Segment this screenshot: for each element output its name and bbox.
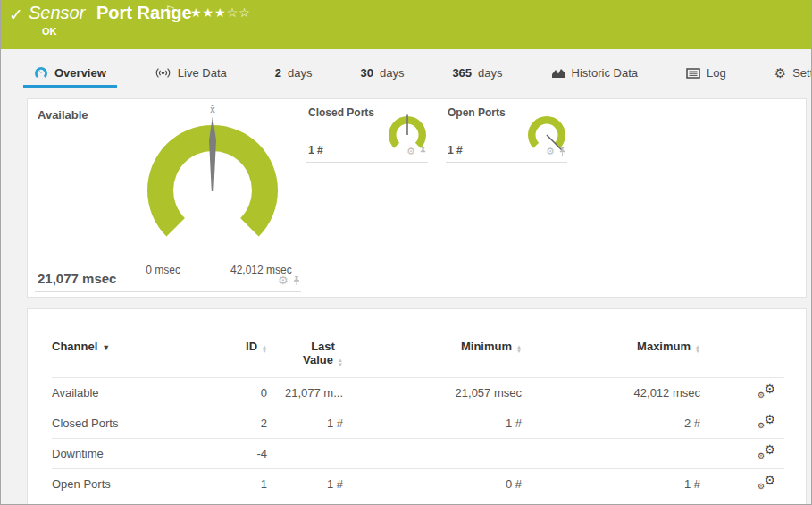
gauge-settings-gear-icon[interactable]: ⚙ bbox=[278, 274, 289, 286]
gauge-icon bbox=[34, 66, 48, 80]
gauge-card-available: Available x̄ 0 msec 42,012 msec 21,077 m… bbox=[35, 105, 301, 292]
priority-stars[interactable]: ★★★☆☆ bbox=[190, 5, 251, 20]
column-header-maximum[interactable]: Maximum▲▼ bbox=[522, 340, 700, 378]
channel-last-value: 1 # bbox=[308, 144, 323, 156]
tab-365-days-label: days bbox=[478, 66, 502, 80]
sensor-name: Port Range bbox=[96, 3, 192, 22]
gauge-settings-gear-icon[interactable]: ⚙ bbox=[546, 147, 555, 156]
tab-overview[interactable]: Overview bbox=[23, 61, 117, 88]
column-header-edit bbox=[700, 340, 784, 378]
tab-2-days-number: 2 bbox=[275, 66, 281, 80]
cell-last-value: 1 # bbox=[267, 408, 343, 439]
edit-channel-gears-icon[interactable]: ⚙⚙ bbox=[758, 476, 775, 490]
tab-live-data-label: Live Data bbox=[178, 66, 227, 80]
object-kind-label: Sensor bbox=[29, 3, 85, 22]
tab-365-days-number: 365 bbox=[452, 66, 472, 80]
edit-channel-gears-icon[interactable]: ⚙⚙ bbox=[758, 415, 775, 429]
table-row: Closed Ports 2 1 # 1 # 2 # ⚙⚙ bbox=[52, 408, 784, 439]
sort-arrows-icon: ▲▼ bbox=[338, 358, 343, 366]
historic-chart-icon bbox=[551, 67, 565, 79]
tab-30-days-number: 30 bbox=[360, 66, 373, 80]
gauge-title: Open Ports bbox=[448, 106, 506, 119]
sort-arrows-icon: ▲▼ bbox=[516, 345, 522, 353]
cell-channel: Available bbox=[52, 378, 217, 408]
cell-last-value bbox=[267, 439, 343, 469]
cell-id: -4 bbox=[217, 439, 267, 469]
cell-minimum: 1 # bbox=[343, 408, 522, 439]
cell-maximum bbox=[522, 439, 700, 469]
sort-arrows-icon: ▲▼ bbox=[262, 345, 267, 353]
tab-settings-label: Settings bbox=[792, 66, 812, 80]
gauges-panel: Available x̄ 0 msec 42,012 msec 21,077 m… bbox=[27, 98, 807, 298]
cell-minimum: 21,057 msec bbox=[343, 378, 522, 408]
log-list-icon bbox=[686, 68, 700, 79]
gauge-min-label: 0 msec bbox=[115, 264, 180, 276]
cell-id: 1 bbox=[217, 469, 267, 500]
tab-overview-label: Overview bbox=[54, 66, 106, 80]
tab-2-days[interactable]: 2 days bbox=[264, 61, 323, 88]
cell-channel: Downtime bbox=[52, 439, 217, 469]
status-badge: OK bbox=[42, 26, 57, 37]
sort-arrows-icon: ▲▼ bbox=[695, 345, 700, 353]
tab-settings[interactable]: ⚙ Settings bbox=[764, 61, 812, 88]
gauge-card-closed-ports: Closed Ports 1 # ⚙ bbox=[306, 105, 428, 163]
column-header-id[interactable]: ID▲▼ bbox=[217, 340, 267, 378]
stars-empty: ☆☆ bbox=[227, 5, 251, 20]
channel-table-panel: Channel▼ ID▲▼ LastValue▲▼ Minimum▲▼ Maxi… bbox=[27, 308, 807, 505]
gauge-title: Closed Ports bbox=[308, 106, 374, 119]
tab-2-days-label: days bbox=[288, 66, 312, 80]
cell-channel: Open Ports bbox=[52, 469, 217, 500]
sort-caret-icon: ▼ bbox=[102, 343, 110, 352]
cell-channel: Closed Ports bbox=[52, 408, 217, 439]
table-row: Open Ports 1 1 # 0 # 1 # ⚙⚙ bbox=[52, 469, 784, 500]
tab-bar: Overview Live Data 2 days 30 days 365 da… bbox=[23, 59, 811, 88]
gauge-settings-gear-icon[interactable]: ⚙ bbox=[406, 147, 415, 156]
tab-30-days[interactable]: 30 days bbox=[349, 61, 414, 88]
table-header-row: Channel▼ ID▲▼ LastValue▲▼ Minimum▲▼ Maxi… bbox=[52, 340, 784, 378]
tab-historic-data[interactable]: Historic Data bbox=[540, 61, 649, 88]
tab-log-label: Log bbox=[707, 66, 726, 80]
pin-icon[interactable] bbox=[292, 275, 301, 286]
cell-last-value: 21,077 m... bbox=[267, 378, 343, 408]
sensor-header: ✓ Sensor Port Range ⚐ ★★★☆☆ OK bbox=[1, 0, 811, 49]
cell-id: 2 bbox=[217, 408, 267, 439]
status-ok-icon: ✓ bbox=[9, 4, 23, 25]
table-row: Available 0 21,077 m... 21,057 msec 42,0… bbox=[52, 378, 784, 408]
settings-gear-icon: ⚙ bbox=[774, 66, 786, 80]
tab-30-days-label: days bbox=[380, 66, 404, 80]
flag-icon[interactable]: ⚐ bbox=[165, 4, 176, 17]
column-header-minimum[interactable]: Minimum▲▼ bbox=[343, 340, 522, 378]
edit-channel-gears-icon[interactable]: ⚙⚙ bbox=[758, 384, 775, 399]
tab-historic-data-label: Historic Data bbox=[572, 66, 638, 80]
cell-minimum: 0 # bbox=[343, 469, 522, 500]
cell-last-value: 1 # bbox=[267, 469, 343, 500]
column-header-channel[interactable]: Channel▼ bbox=[52, 340, 217, 378]
pin-icon[interactable] bbox=[558, 147, 566, 156]
gauge-card-open-ports: Open Ports 1 # ⚙ bbox=[446, 105, 567, 163]
channel-table: Channel▼ ID▲▼ LastValue▲▼ Minimum▲▼ Maxi… bbox=[52, 340, 784, 499]
column-header-last-value[interactable]: LastValue▲▼ bbox=[267, 340, 343, 378]
available-gauge: x̄ bbox=[35, 105, 301, 280]
cell-maximum: 2 # bbox=[522, 408, 700, 439]
cell-minimum bbox=[343, 439, 522, 469]
tab-log[interactable]: Log bbox=[675, 61, 737, 88]
table-row: Downtime -4 ⚙⚙ bbox=[52, 439, 784, 469]
tab-live-data[interactable]: Live Data bbox=[144, 61, 238, 88]
channel-last-value: 21,077 msec bbox=[38, 271, 116, 286]
mean-marker: x̄ bbox=[210, 105, 215, 114]
prtg-sensor-page: ✓ Sensor Port Range ⚐ ★★★☆☆ OK Overview bbox=[0, 0, 812, 505]
tab-365-days[interactable]: 365 days bbox=[441, 61, 513, 88]
pin-icon[interactable] bbox=[419, 147, 427, 156]
cell-maximum: 42,012 msec bbox=[522, 378, 700, 408]
stars-filled: ★★★ bbox=[190, 5, 227, 20]
live-data-icon bbox=[155, 67, 172, 79]
channel-last-value: 1 # bbox=[448, 144, 463, 156]
cell-maximum: 1 # bbox=[522, 469, 700, 500]
edit-channel-gears-icon[interactable]: ⚙⚙ bbox=[758, 445, 775, 459]
cell-id: 0 bbox=[217, 378, 267, 408]
